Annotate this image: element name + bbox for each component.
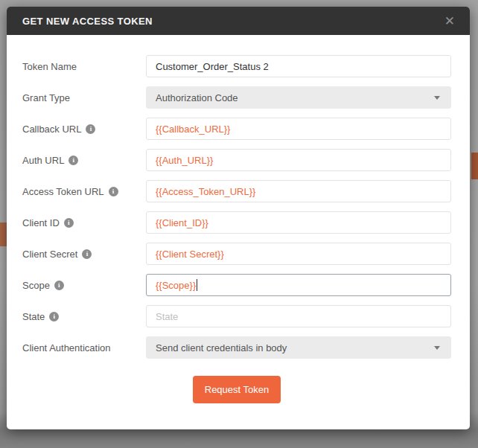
client-id-label: Client ID	[22, 217, 60, 228]
info-icon[interactable]: i	[82, 249, 92, 259]
token-name-label: Token Name	[22, 61, 77, 72]
field-label: Client Secret i	[22, 249, 146, 260]
form-row-auth-url: Auth URL i	[22, 149, 451, 171]
dialog-header: GET NEW ACCESS TOKEN ✕	[7, 7, 470, 35]
backdrop-artifact	[0, 223, 7, 246]
form-row-client-id: Client ID i	[22, 211, 451, 234]
client-id-input[interactable]	[146, 211, 451, 234]
field-control	[146, 180, 451, 202]
form-row-scope: Scope i {{Scope}}	[22, 274, 451, 296]
field-control: Authorization Code	[146, 86, 451, 109]
field-control: Send client credentials in body	[146, 336, 451, 359]
field-label: Grant Type	[22, 92, 146, 103]
field-label: Callback URL i	[22, 124, 146, 135]
field-control	[146, 118, 451, 140]
form-row-state: State i	[22, 305, 451, 327]
token-name-input[interactable]	[146, 55, 451, 77]
info-icon[interactable]: i	[54, 281, 64, 290]
info-icon[interactable]: i	[49, 312, 59, 321]
field-label: Client Authentication	[22, 342, 146, 353]
form-row-token-name: Token Name	[22, 55, 451, 77]
get-new-access-token-dialog: GET NEW ACCESS TOKEN ✕ Token Name Grant …	[7, 7, 470, 429]
text-cursor	[197, 279, 197, 291]
client-secret-input[interactable]	[146, 243, 451, 265]
client-secret-label: Client Secret	[22, 249, 77, 260]
field-control	[146, 243, 451, 265]
auth-url-input[interactable]	[146, 149, 451, 171]
access-token-url-label: Access Token URL	[22, 186, 104, 197]
form-row-access-token-url: Access Token URL i	[22, 180, 451, 202]
callback-url-label: Callback URL	[22, 124, 81, 135]
chevron-down-icon	[434, 96, 440, 100]
field-control	[146, 211, 451, 234]
field-control	[146, 55, 451, 77]
dialog-body: Token Name Grant Type Authorization Code…	[7, 35, 470, 403]
chevron-down-icon	[434, 346, 440, 350]
info-icon[interactable]: i	[68, 156, 78, 165]
state-input[interactable]	[146, 305, 451, 327]
field-label: Access Token URL i	[22, 186, 146, 197]
grant-type-selected-value: Authorization Code	[156, 92, 238, 103]
scope-label: Scope	[22, 280, 50, 291]
info-icon[interactable]: i	[109, 187, 118, 196]
client-authentication-label: Client Authentication	[22, 342, 111, 353]
form-row-callback-url: Callback URL i	[22, 118, 451, 140]
field-control	[146, 149, 451, 171]
dialog-title: GET NEW ACCESS TOKEN	[22, 16, 153, 27]
field-label: Scope i	[22, 280, 146, 291]
auth-url-label: Auth URL	[22, 155, 64, 166]
info-icon[interactable]: i	[86, 124, 95, 134]
close-icon[interactable]: ✕	[442, 13, 458, 29]
field-control: {{Scope}}	[146, 274, 451, 296]
field-label: Auth URL i	[22, 155, 146, 166]
form-row-grant-type: Grant Type Authorization Code	[22, 86, 451, 109]
grant-type-select[interactable]: Authorization Code	[146, 86, 451, 109]
grant-type-label: Grant Type	[22, 92, 70, 103]
access-token-url-input[interactable]	[146, 180, 451, 202]
field-label: Token Name	[22, 61, 146, 72]
form-row-client-authentication: Client Authentication Send client creden…	[22, 336, 451, 359]
field-label: State i	[22, 311, 146, 322]
form-row-client-secret: Client Secret i	[22, 243, 451, 265]
state-label: State	[22, 311, 45, 322]
scope-input[interactable]: {{Scope}}	[146, 274, 451, 296]
dialog-footer: Request Token	[22, 376, 451, 403]
field-label: Client ID i	[22, 217, 146, 228]
client-authentication-selected-value: Send client credentials in body	[156, 342, 287, 353]
callback-url-input[interactable]	[146, 118, 451, 140]
request-token-button[interactable]: Request Token	[193, 376, 281, 403]
info-icon[interactable]: i	[64, 218, 74, 228]
client-authentication-select[interactable]: Send client credentials in body	[146, 336, 451, 359]
field-control	[146, 305, 451, 327]
backdrop-artifact	[471, 153, 478, 179]
scope-value: {{Scope}}	[156, 280, 196, 291]
